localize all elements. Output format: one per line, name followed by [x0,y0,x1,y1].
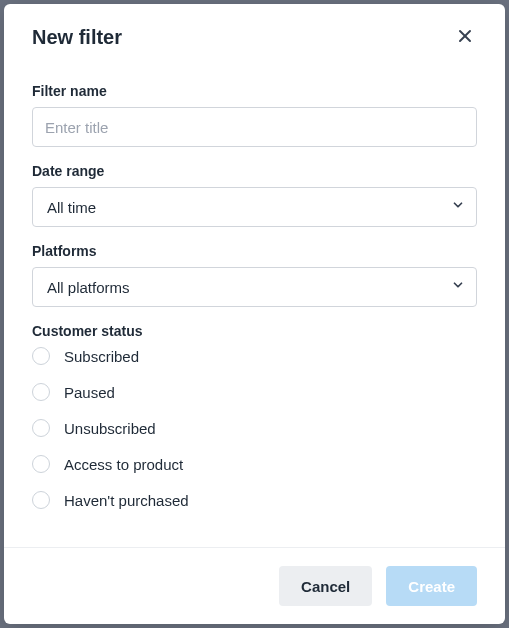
new-filter-modal: New filter Filter name Date range All ti… [4,4,505,624]
radio-label: Haven't purchased [64,492,189,509]
radio-circle-icon [32,419,50,437]
modal-footer: Cancel Create [4,547,505,624]
platforms-select-wrap: All platforms [32,267,477,307]
create-button[interactable]: Create [386,566,477,606]
radio-item-havent-purchased[interactable]: Haven't purchased [32,491,477,509]
radio-circle-icon [32,383,50,401]
radio-item-unsubscribed[interactable]: Unsubscribed [32,419,477,437]
close-button[interactable] [453,24,477,51]
date-range-select[interactable]: All time [32,187,477,227]
platforms-group: Platforms All platforms [32,243,477,307]
modal-header: New filter [4,4,505,59]
date-range-select-wrap: All time [32,187,477,227]
cancel-button[interactable]: Cancel [279,566,372,606]
platforms-select[interactable]: All platforms [32,267,477,307]
radio-label: Unsubscribed [64,420,156,437]
modal-title: New filter [32,26,122,49]
radio-label: Paused [64,384,115,401]
customer-status-radio-list: Subscribed Paused Unsubscribed Access to… [32,347,477,509]
customer-status-group: Customer status Subscribed Paused Unsubs… [32,323,477,509]
modal-body: Filter name Date range All time Platform… [4,59,505,547]
filter-name-label: Filter name [32,83,477,99]
radio-label: Subscribed [64,348,139,365]
radio-item-access-to-product[interactable]: Access to product [32,455,477,473]
radio-circle-icon [32,491,50,509]
radio-circle-icon [32,347,50,365]
filter-name-input[interactable] [32,107,477,147]
filter-name-group: Filter name [32,83,477,147]
radio-circle-icon [32,455,50,473]
date-range-label: Date range [32,163,477,179]
customer-status-label: Customer status [32,323,477,339]
radio-item-paused[interactable]: Paused [32,383,477,401]
close-icon [457,28,473,47]
radio-item-subscribed[interactable]: Subscribed [32,347,477,365]
platforms-label: Platforms [32,243,477,259]
date-range-group: Date range All time [32,163,477,227]
radio-label: Access to product [64,456,183,473]
